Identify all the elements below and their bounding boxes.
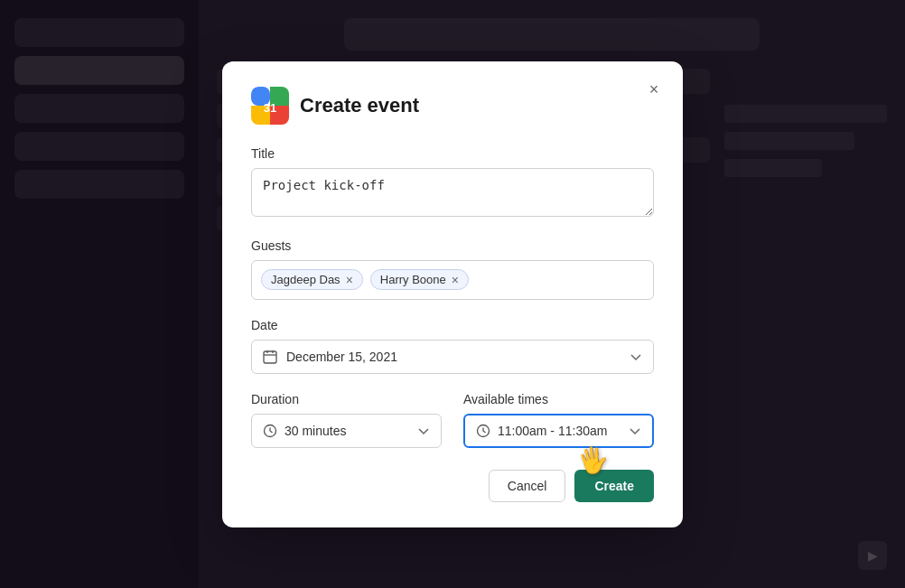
dialog-header: 31 Create event xyxy=(251,87,654,125)
clock-icon-available xyxy=(476,424,490,438)
dialog-footer: Cancel Create xyxy=(251,470,654,502)
date-field-group: Date December 15, 2021 xyxy=(251,318,654,374)
duration-value: 30 minutes xyxy=(285,424,346,438)
available-times-label: Available times xyxy=(463,392,654,406)
date-select[interactable]: December 15, 2021 xyxy=(251,340,654,374)
available-left: 11:00am - 11:30am xyxy=(476,424,607,438)
available-times-select[interactable]: 11:00am - 11:30am xyxy=(463,414,654,448)
dialog-title: Create event xyxy=(300,94,419,117)
date-label: Date xyxy=(251,318,654,332)
available-times-col: Available times 11:00am - 11:30am xyxy=(463,392,654,448)
remove-guest-harry[interactable]: × xyxy=(452,274,459,286)
remove-guest-jagdeep[interactable]: × xyxy=(346,274,353,286)
guest-name-jagdeep: Jagdeep Das xyxy=(271,273,341,286)
clock-icon xyxy=(263,424,277,438)
guest-tag-harry: Harry Boone × xyxy=(370,269,469,290)
guest-tag-jagdeep: Jagdeep Das × xyxy=(261,269,363,290)
create-button[interactable]: Create xyxy=(574,470,654,502)
dropdown-left: 30 minutes xyxy=(263,424,346,438)
google-calendar-icon: 31 xyxy=(251,87,289,125)
cancel-button[interactable]: Cancel xyxy=(489,470,566,502)
duration-available-row: Duration 30 minutes Availab xyxy=(251,392,654,448)
duration-select[interactable]: 30 minutes xyxy=(251,414,442,448)
svg-text:31: 31 xyxy=(264,101,276,115)
available-times-value: 11:00am - 11:30am xyxy=(498,424,607,438)
chevron-down-icon-duration xyxy=(417,425,430,437)
guests-field-group: Guests Jagdeep Das × Harry Boone × xyxy=(251,238,654,300)
guests-input-area[interactable]: Jagdeep Das × Harry Boone × xyxy=(251,260,654,300)
duration-label: Duration xyxy=(251,392,442,406)
date-select-left: December 15, 2021 xyxy=(263,350,397,364)
modal-overlay: 31 Create event × Title Project kick-off… xyxy=(0,0,905,588)
title-label: Title xyxy=(251,146,654,161)
title-field-group: Title Project kick-off xyxy=(251,146,654,220)
guest-name-harry: Harry Boone xyxy=(380,273,446,286)
calendar-icon-small xyxy=(263,350,277,364)
chevron-down-icon xyxy=(630,350,642,363)
guests-label: Guests xyxy=(251,238,654,253)
title-input[interactable]: Project kick-off xyxy=(251,168,654,217)
date-value: December 15, 2021 xyxy=(286,350,397,364)
create-event-dialog: 31 Create event × Title Project kick-off… xyxy=(222,61,683,527)
chevron-down-icon-available xyxy=(629,425,641,437)
close-button[interactable]: × xyxy=(641,78,667,103)
duration-col: Duration 30 minutes xyxy=(251,392,442,448)
svg-rect-6 xyxy=(264,351,276,363)
